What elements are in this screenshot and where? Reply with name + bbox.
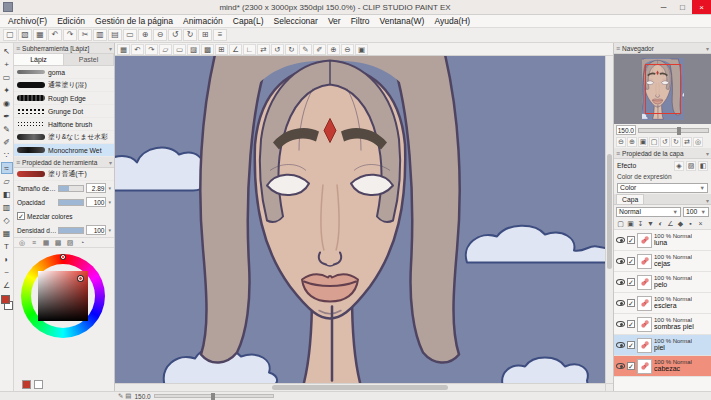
tab-capa[interactable]: Capa [616,194,644,204]
spinner-icon[interactable]: ▾ [108,185,111,191]
color-wheel[interactable] [21,254,105,338]
subtool-tab-pastel[interactable]: Pastel [64,54,114,65]
eye-visible-icon[interactable] [616,258,625,264]
subtool-item-halftone-brush[interactable]: Halftone brush [14,118,114,131]
eye-visible-icon[interactable] [616,363,625,369]
menu-ayuda-h[interactable]: Ayuda(H) [429,16,475,26]
zoom-in-icon[interactable]: ⊕ [138,29,152,41]
layer-color-effect-icon[interactable]: ◧ [698,161,708,171]
subtool-item-item[interactable]: 塗り&なじませ水彩 [14,131,114,144]
gradient-tool[interactable]: ▥ [1,201,13,213]
invert-selection-icon[interactable]: ▨ [187,44,200,55]
snap-grid-icon[interactable]: ⊞ [215,44,228,55]
rotate-right-button[interactable]: ↻ [671,137,681,147]
zoom-in-button[interactable]: ⊕ [627,137,637,147]
delete-layer-icon[interactable]: × [696,219,705,229]
panel-menu-icon[interactable]: ≡ [616,45,620,52]
param-value[interactable]: 100 [86,225,106,235]
spinner-icon[interactable]: ▾ [108,227,111,233]
snap-ruler-icon[interactable]: ∠ [229,44,242,55]
layer-row-cabezac[interactable]: ✓100 % Normalcabezac [614,356,711,377]
undo-icon[interactable]: ↶ [48,29,62,41]
lock-layer-icon[interactable]: ▪ [686,219,695,229]
line-correction-tool[interactable]: ~ [1,266,13,278]
checkbox-icon[interactable]: ✓ [17,212,25,220]
layer-checkbox-icon[interactable]: ✓ [627,299,635,307]
operation-tool[interactable]: ↖ [1,45,13,57]
menu-gesti-n-de-la-p-gina[interactable]: Gestión de la página [90,16,178,26]
ruler-tool[interactable]: ∠ [1,279,13,291]
foreground-color-swatch[interactable] [1,295,10,304]
eye-visible-icon[interactable] [616,237,625,243]
pen-icon[interactable]: ✎ [299,44,312,55]
deselect-icon[interactable]: ▭ [123,29,137,41]
airbrush-tool[interactable]: ∵ [1,149,13,161]
grid-icon[interactable]: ⊞ [198,29,212,41]
panel-menu-icon[interactable]: ≡ [16,159,20,166]
menu-edici-n[interactable]: Edición [52,16,90,26]
vertical-scroll-thumb[interactable] [607,154,612,268]
workspace-settings-icon[interactable]: ≡ [213,29,227,41]
fit-to-screen-icon[interactable]: ▣ [355,44,368,55]
open-file-icon[interactable]: ▧ [18,29,32,41]
pencil-tool[interactable]: ✎ [1,123,13,135]
menu-filtro[interactable]: Filtro [346,16,375,26]
brush-tool[interactable]: ✐ [1,136,13,148]
layer-thumbnail[interactable] [637,296,652,311]
layer-checkbox-icon[interactable]: ✓ [627,278,635,286]
layer-checkbox-icon[interactable]: ✓ [627,320,635,328]
flip-horizontal-button[interactable]: ⇄ [682,137,692,147]
approximate-color-icon[interactable]: ▨ [65,238,75,247]
canvas[interactable] [115,56,605,383]
expression-color-dropdown[interactable]: Color ▼ [617,183,708,193]
layer-row-piel[interactable]: ✓100 % Normalpiel [614,335,711,356]
layer-thumbnail[interactable] [637,233,652,248]
navigator-zoom-slider[interactable] [638,128,709,133]
paste-icon[interactable]: ▤ [108,29,122,41]
color-wheel-icon[interactable]: ◎ [17,238,27,247]
rotate-left-button[interactable]: ↺ [660,137,670,147]
menu-ventana-w[interactable]: Ventana(W) [375,16,430,26]
navigator-zoom-value[interactable]: 150.0 [616,125,636,135]
status-zoom-knob[interactable] [211,393,215,400]
hue-marker[interactable] [61,255,65,259]
undo-icon[interactable]: ↶ [131,44,144,55]
navigator-view-frame[interactable] [645,64,681,114]
reset-display-button[interactable]: ◎ [693,137,703,147]
blend-tool[interactable]: ≈ [1,162,13,174]
minimize-button[interactable]: ─ [654,0,673,14]
menu-animaci-n[interactable]: Animación [178,16,228,26]
color-set-icon[interactable]: ▦ [41,238,51,247]
eye-visible-icon[interactable] [616,321,625,327]
layer-checkbox-icon[interactable]: ✓ [627,257,635,265]
auto-select-tool[interactable]: ✦ [1,84,13,96]
layer-row-esclera[interactable]: ✓100 % Normalesclera [614,293,711,314]
sv-marker[interactable] [78,276,83,281]
status-zoom-slider[interactable] [154,394,274,398]
maximize-button[interactable]: □ [673,0,692,14]
saturation-value-box[interactable] [38,271,88,321]
brush-icon[interactable]: ✐ [313,44,326,55]
param-slider[interactable] [58,185,84,192]
fit-to-screen-button[interactable]: ▢ [649,137,659,147]
spinner-icon[interactable]: ▾ [108,199,111,205]
layer-checkbox-icon[interactable]: ✓ [627,236,635,244]
layer-row-luna[interactable]: ✓100 % Normalluna [614,230,711,251]
move-layer-tool[interactable]: + [1,58,13,70]
cut-icon[interactable]: ✂ [78,29,92,41]
layer-row-sombras-piel[interactable]: ✓100 % Normalsombras piel [614,314,711,335]
zoom-out-icon[interactable]: ⊖ [153,29,167,41]
snap-special-ruler-icon[interactable]: ∟ [243,44,256,55]
new-raster-layer-icon[interactable]: ▢ [616,219,625,229]
memory-icon[interactable]: ▤ [125,392,131,399]
new-file-icon[interactable]: ▢ [3,29,17,41]
layer-checkbox-icon[interactable]: ✓ [627,362,635,370]
deselect-icon[interactable]: ▭ [173,44,186,55]
new-folder-icon[interactable]: ▣ [626,219,635,229]
navigator-zoom-knob[interactable] [677,127,681,135]
eyedropper-tool[interactable]: ◉ [1,97,13,109]
blend-mode-dropdown[interactable]: Normal ▼ [616,207,681,217]
main-color-chip[interactable] [22,380,31,389]
rotate-right-icon[interactable]: ↻ [285,44,298,55]
eye-visible-icon[interactable] [616,342,625,348]
